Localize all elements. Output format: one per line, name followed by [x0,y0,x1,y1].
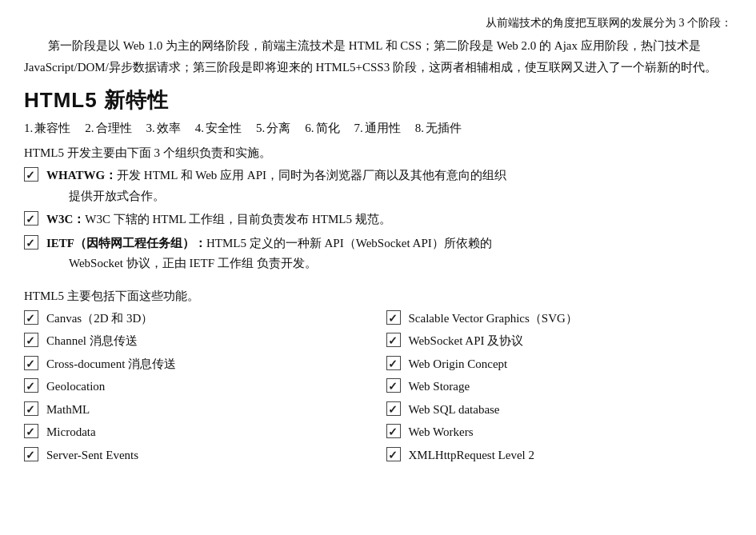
orgs-list: WHATWG：开发 HTML 和 Web 应用 API，同时为各浏览器厂商以及其… [24,166,732,274]
feature-num: 2. [85,122,94,134]
org-content: W3C：W3C 下辖的 HTML 工作组，目前负责发布 HTML5 规范。 [46,210,732,230]
functions-col2: Scalable Vector Graphics（SVG）WebSocket A… [386,309,733,469]
intro-paragraph: 第一阶段是以 Web 1.0 为主的网络阶段，前端主流技术是 HTML 和 CS… [24,35,732,78]
function-label: MathML [46,400,90,421]
org-intro: HTML5 开发主要由下面 3 个组织负责和实施。 [24,146,732,161]
feature-label: 效率 [157,122,181,134]
feature-num: 7. [354,122,363,134]
org-content: WHATWG：开发 HTML 和 Web 应用 API，同时为各浏览器厂商以及其… [46,166,732,206]
checkbox-icon [24,167,38,182]
feature-label: 通用性 [365,122,401,134]
checkbox-icon [386,310,401,325]
org-desc2: WebSocket 协议，正由 IETF 工作组 负责开发。 [69,257,317,269]
feature-label: 合理性 [96,122,132,134]
org-name: W3C： [46,213,85,226]
feature-item: 6.简化 [305,121,339,136]
org-content: IETF（因特网工程任务组）：HTML5 定义的一种新 API（WebSocke… [46,234,732,274]
feature-label: 安全性 [206,122,242,134]
function-label: Microdata [46,422,96,443]
feature-label: 分离 [266,122,290,134]
checkbox-icon [386,378,401,393]
list-item: Server-Sent Events [24,445,370,466]
feature-num: 1. [24,122,33,134]
checkbox-icon [24,424,38,438]
checkbox-icon [386,333,401,347]
feature-label: 简化 [316,122,340,134]
feature-num: 8. [415,122,424,134]
list-item: Canvas（2D 和 3D） [24,309,370,329]
function-label: Scalable Vector Graphics（SVG） [409,309,578,329]
feature-num: 4. [195,122,204,134]
feature-item: 4.安全性 [195,121,242,136]
org-name: WHATWG： [46,169,117,182]
list-item: Geolocation [24,377,370,397]
intro-right: 从前端技术的角度把互联网的发展分为 3 个阶段： [24,16,732,30]
checkbox-icon [386,447,401,461]
list-item: Web Storage [386,377,733,397]
function-label: Cross-document 消息传送 [46,354,176,375]
checkbox-icon [24,333,38,347]
feature-item: 8.无插件 [415,121,462,136]
org-name: IETF（因特网工程任务组）： [46,237,206,250]
feature-item: 7.通用性 [354,121,401,136]
checkbox-icon [24,310,38,325]
list-item: IETF（因特网工程任务组）：HTML5 定义的一种新 API（WebSocke… [24,234,732,274]
function-label: Web Workers [409,422,474,443]
list-item: Web Origin Concept [386,354,733,375]
checkbox-icon [24,211,38,226]
list-item: Microdata [24,422,370,443]
checkbox-icon [386,356,401,370]
function-label: Server-Sent Events [46,445,138,466]
function-label: Web Storage [409,377,470,397]
list-item: Channel 消息传送 [24,331,370,352]
section-title: HTML5 新特性 [24,86,732,114]
feature-label: 兼容性 [34,122,70,134]
checkbox-icon [386,401,401,416]
checkbox-icon [386,424,401,438]
functions-col1: Canvas（2D 和 3D）Channel 消息传送Cross-documen… [24,309,370,469]
list-item: Scalable Vector Graphics（SVG） [386,309,733,329]
feature-num: 3. [146,122,155,134]
function-label: Channel 消息传送 [46,331,138,352]
function-label: Geolocation [46,377,105,397]
features-list: 1.兼容性2.合理性3.效率4.安全性5.分离6.简化7.通用性8.无插件 [24,121,732,136]
function-label: Canvas（2D 和 3D） [46,309,153,329]
list-item: XMLHttpRequest Level 2 [386,445,733,466]
feature-num: 5. [256,122,265,134]
features-intro: HTML5 主要包括下面这些功能。 [24,289,732,304]
checkbox-icon [24,378,38,393]
list-item: Web SQL database [386,400,733,421]
feature-label: 无插件 [426,122,462,134]
function-label: Web SQL database [409,400,500,421]
list-item: Cross-document 消息传送 [24,354,370,375]
feature-item: 2.合理性 [85,121,131,136]
checkbox-icon [24,401,38,416]
checkbox-icon [24,235,38,250]
functions-grid: Canvas（2D 和 3D）Channel 消息传送Cross-documen… [24,309,732,475]
list-item: WebSocket API 及协议 [386,331,733,352]
checkbox-icon [24,356,38,370]
feature-item: 1.兼容性 [24,121,70,136]
org-desc2: 提供开放式合作。 [69,190,165,202]
checkbox-icon [24,447,38,461]
list-item: MathML [24,400,370,421]
function-label: Web Origin Concept [409,354,508,375]
feature-num: 6. [305,122,314,134]
function-label: XMLHttpRequest Level 2 [409,445,534,466]
list-item: Web Workers [386,422,733,443]
feature-item: 5.分离 [256,121,290,136]
function-label: WebSocket API 及协议 [409,331,524,352]
list-item: W3C：W3C 下辖的 HTML 工作组，目前负责发布 HTML5 规范。 [24,210,732,230]
list-item: WHATWG：开发 HTML 和 Web 应用 API，同时为各浏览器厂商以及其… [24,166,732,206]
feature-item: 3.效率 [146,121,181,136]
